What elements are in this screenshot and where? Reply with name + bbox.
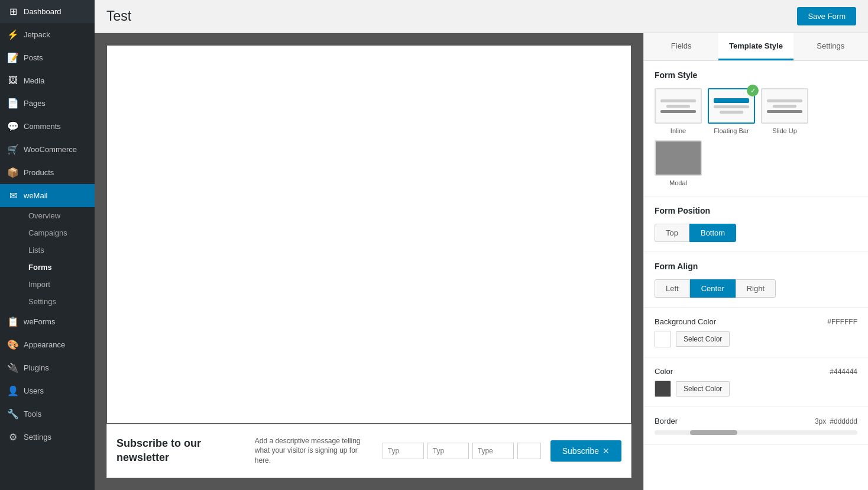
style-modal-label: Modal (669, 179, 687, 186)
dashboard-icon: ⊞ (7, 6, 19, 17)
plugins-icon: 🔌 (7, 362, 19, 373)
border-label: Border (655, 417, 678, 425)
style-slide-up-thumb (761, 88, 808, 124)
sidebar-item-posts[interactable]: 📝 Posts (0, 46, 95, 69)
form-align-section: Form Align Left Center Right (644, 252, 868, 308)
field-3[interactable] (472, 443, 514, 459)
comments-icon: 💬 (7, 121, 19, 132)
position-top-button[interactable]: Top (655, 224, 689, 242)
sidebar-item-settings[interactable]: Settings (21, 293, 95, 310)
form-style-title: Form Style (655, 70, 857, 80)
thumb-line (720, 111, 743, 114)
preview-top-area (106, 45, 631, 424)
thumb-line (660, 110, 696, 113)
save-form-button[interactable]: Save Form (797, 7, 856, 25)
form-position-section: Form Position Top Bottom (644, 196, 868, 252)
color-row: Color #444444 (655, 367, 857, 376)
position-bottom-button[interactable]: Bottom (689, 224, 736, 242)
form-fields-row (383, 443, 541, 459)
panel-tabs: Fields Template Style Settings (644, 33, 868, 61)
border-color: #dddddd (830, 417, 857, 425)
form-style-section: Form Style Inline ✓ (644, 61, 868, 196)
thumb-line (767, 110, 802, 113)
sidebar-item-weforms[interactable]: 📋 weForms (0, 310, 95, 333)
sidebar-item-media[interactable]: 🖼 Media (0, 69, 95, 92)
background-color-picker-row: Select Color (655, 331, 857, 347)
align-left-button[interactable]: Left (655, 279, 690, 298)
background-color-row: Background Color #FFFFFF (655, 317, 857, 326)
style-slide-up[interactable]: Slide Up (761, 88, 808, 134)
right-panel: Fields Template Style Settings Form Styl… (643, 33, 868, 490)
tab-template-style[interactable]: Template Style (718, 33, 793, 60)
color-section: Color #444444 Select Color (644, 357, 868, 407)
field-1[interactable] (383, 443, 424, 459)
align-right-button[interactable]: Right (736, 279, 776, 298)
sidebar-item-wemail[interactable]: ✉ weMail (0, 184, 95, 207)
form-style-grid: Inline ✓ Floating Bar (655, 88, 857, 186)
pages-icon: 📄 (7, 98, 19, 109)
sidebar-item-products[interactable]: 📦 Products (0, 161, 95, 184)
sidebar-item-users[interactable]: 👤 Users (0, 379, 95, 402)
page-title: Test (106, 8, 131, 24)
sidebar-item-campaigns[interactable]: Campaigns (21, 224, 95, 241)
background-color-swatch[interactable] (655, 331, 671, 347)
jetpack-icon: ⚡ (7, 29, 19, 40)
sidebar-item-jetpack[interactable]: ⚡ Jetpack (0, 23, 95, 46)
subscribe-desc: Add a descriptive message telling what y… (255, 436, 373, 466)
style-floating-bar[interactable]: ✓ Floating Bar (708, 88, 755, 134)
sidebar-item-dashboard[interactable]: ⊞ Dashboard (0, 0, 95, 23)
style-inline-thumb (655, 88, 702, 124)
users-icon: 👤 (7, 385, 19, 396)
form-preview: Subscribe to our newsletter Add a descri… (95, 33, 643, 490)
border-size: 3px (815, 417, 826, 425)
align-center-button[interactable]: Center (690, 279, 736, 298)
thumb-line-blue (714, 98, 749, 103)
sidebar-item-pages[interactable]: 📄 Pages (0, 92, 95, 115)
sidebar-item-appearance[interactable]: 🎨 Appearance (0, 333, 95, 356)
thumb-line (660, 99, 696, 102)
style-modal[interactable]: Modal (655, 140, 702, 186)
settings2-icon: ⚙ (7, 431, 19, 443)
style-floating-bar-thumb: ✓ (708, 88, 755, 124)
sidebar-item-plugins[interactable]: 🔌 Plugins (0, 356, 95, 379)
tools-icon: 🔧 (7, 408, 19, 420)
sidebar-item-comments[interactable]: 💬 Comments (0, 115, 95, 138)
border-row: Border 3px #dddddd (655, 417, 857, 425)
border-section: Border 3px #dddddd (644, 407, 868, 445)
thumb-line (773, 105, 796, 108)
field-4[interactable] (517, 443, 541, 459)
subscribe-button[interactable]: Subscribe ✕ (550, 440, 621, 462)
border-values: 3px #dddddd (815, 417, 857, 425)
color-picker-row: Select Color (655, 381, 857, 397)
border-slider-track[interactable] (655, 430, 857, 435)
form-align-title: Form Align (655, 262, 857, 271)
woocommerce-icon: 🛒 (7, 144, 19, 155)
background-color-label: Background Color (655, 317, 716, 326)
sidebar-submenu: Overview Campaigns Lists Forms Import Se… (0, 207, 95, 310)
sidebar-item-overview[interactable]: Overview (21, 207, 95, 224)
background-color-select-button[interactable]: Select Color (676, 331, 730, 347)
style-floating-bar-label: Floating Bar (714, 127, 749, 134)
style-modal-thumb (655, 140, 702, 176)
sidebar-item-woocommerce[interactable]: 🛒 WooCommerce (0, 138, 95, 161)
sidebar-item-lists[interactable]: Lists (21, 241, 95, 259)
style-inline[interactable]: Inline (655, 88, 702, 134)
sidebar-item-import[interactable]: Import (21, 276, 95, 293)
content-area: Subscribe to our newsletter Add a descri… (95, 33, 868, 490)
sidebar-item-settings2[interactable]: ⚙ Settings (0, 425, 95, 449)
field-2[interactable] (427, 443, 469, 459)
tab-fields[interactable]: Fields (644, 33, 718, 60)
sidebar-item-tools[interactable]: 🔧 Tools (0, 402, 95, 425)
color-swatch[interactable] (655, 381, 671, 397)
sidebar-item-forms[interactable]: Forms (21, 259, 95, 276)
color-select-button[interactable]: Select Color (676, 381, 730, 396)
subscribe-heading: Subscribe to our newsletter (116, 437, 245, 465)
tab-settings[interactable]: Settings (793, 33, 868, 60)
selected-check: ✓ (747, 85, 759, 96)
color-value: #444444 (830, 368, 857, 376)
style-slide-up-label: Slide Up (772, 127, 797, 134)
media-icon: 🖼 (7, 75, 19, 86)
weforms-icon: 📋 (7, 316, 19, 327)
posts-icon: 📝 (7, 52, 19, 63)
style-inline-label: Inline (671, 127, 686, 134)
